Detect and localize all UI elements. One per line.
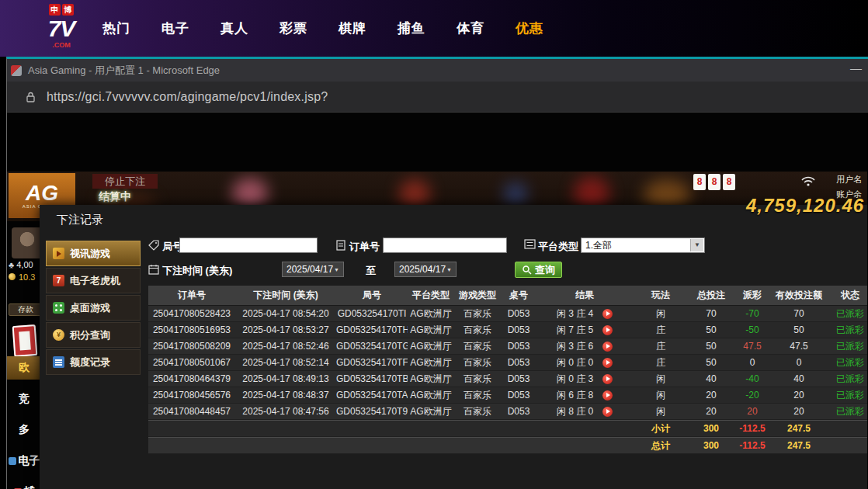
replay-button[interactable] xyxy=(602,342,613,352)
date-from-value: 2025/04/17 xyxy=(286,264,333,275)
replay-button[interactable] xyxy=(602,309,613,319)
menu-item-label: 桌面游戏 xyxy=(70,301,110,315)
cell-round: GD053254170TA xyxy=(336,390,408,401)
lobby-menu-item-duo[interactable]: 多 xyxy=(7,418,41,442)
menu-item-slot-machines[interactable]: 电子老虎机 xyxy=(46,268,141,293)
nav-item-board-games[interactable]: 棋牌 xyxy=(339,19,366,37)
points-icon xyxy=(53,329,64,341)
cell-game: 百家乐 xyxy=(454,389,501,402)
cell-game: 百家乐 xyxy=(454,373,501,386)
cell-round: GD053254170TB xyxy=(336,373,408,384)
lobby-menu-item-bu[interactable]: 捕 xyxy=(7,480,41,489)
minimize-button[interactable]: — xyxy=(850,61,862,75)
sum-valid-bet: 247.5 xyxy=(771,440,827,451)
lock-icon[interactable] xyxy=(26,91,36,102)
date-from-picker[interactable]: 2025/04/17 ▼ xyxy=(282,262,344,277)
date-to-value: 2025/04/17 xyxy=(399,264,446,275)
playing-card: 8 xyxy=(693,174,706,190)
cell-game: 百家乐 xyxy=(454,340,501,353)
cell-payout: 47.5 xyxy=(734,341,771,352)
lobby-menu-item-europe-hall[interactable]: 欧 xyxy=(7,356,41,380)
menu-item-video-games[interactable]: 视讯游戏 xyxy=(46,241,141,266)
lobby-menu-item-jing[interactable]: 竞 xyxy=(7,387,41,411)
cell-payout: -40 xyxy=(734,373,771,384)
cell-status: 已派彩 xyxy=(827,389,867,402)
result-cell: 闲 0 庄 3 xyxy=(536,373,633,386)
cell-round: GD053254170TG xyxy=(336,341,408,352)
cell-platform: AG欧洲厅 xyxy=(408,389,454,402)
date-to-picker[interactable]: 2025/04/17 ▼ xyxy=(394,262,457,277)
to-label: 至 xyxy=(366,264,376,278)
tag-icon xyxy=(148,240,159,251)
cell-bet: 闲 xyxy=(633,389,689,402)
cell-order: 250417080508209 xyxy=(148,341,235,352)
nav-item-fishing[interactable]: 捕鱼 xyxy=(398,19,425,37)
nav-item-slots[interactable]: 电子 xyxy=(161,19,189,37)
lobby-menu-item-dianzi[interactable]: 电子 xyxy=(7,449,41,473)
sum-label: 小计 xyxy=(633,422,689,435)
cell-table_no: D053 xyxy=(501,341,536,352)
platform-select[interactable]: 1.全部 ▼ xyxy=(581,238,705,253)
cell-time: 2025-04-17 08:52:14 xyxy=(235,357,336,368)
menu-item-label: 电子老虎机 xyxy=(70,274,120,288)
top-nav-items: 热门电子真人彩票棋牌捕鱼体育优惠 xyxy=(102,19,543,37)
nav-item-lottery[interactable]: 彩票 xyxy=(279,19,307,37)
cell-status: 已派彩 xyxy=(827,356,867,369)
stop-betting-button[interactable]: 停止下注 xyxy=(92,174,158,189)
nav-item-live[interactable]: 真人 xyxy=(220,19,248,37)
replay-button[interactable] xyxy=(602,358,613,368)
cell-payout: -70 xyxy=(734,308,771,319)
nav-item-hot[interactable]: 热门 xyxy=(102,19,130,37)
cell-status: 已派彩 xyxy=(827,324,867,337)
menu-item-table-games[interactable]: 桌面游戏 xyxy=(46,295,141,321)
sum-valid-bet: 247.5 xyxy=(771,423,827,434)
result-text: 闲 6 庄 8 xyxy=(557,389,593,402)
cell-bet: 庄 xyxy=(633,356,689,369)
round-input[interactable] xyxy=(179,238,318,253)
site-logo[interactable]: 申 博 7V .COM xyxy=(36,4,87,49)
menu-item-quota-records[interactable]: 额度记录 xyxy=(46,349,141,375)
cell-table_no: D053 xyxy=(501,357,536,368)
search-button[interactable]: 查询 xyxy=(515,262,562,278)
cell-bet: 庄 xyxy=(633,340,689,353)
cell-platform: AG欧洲厅 xyxy=(408,307,454,321)
menu-item-label: 积分查询 xyxy=(70,328,110,342)
replay-button[interactable] xyxy=(602,407,613,417)
cell-payout: 0 xyxy=(734,357,771,368)
cell-platform: AG欧洲厅 xyxy=(408,324,454,337)
cell-status: 已派彩 xyxy=(827,340,867,353)
cell-order: 250417080501067 xyxy=(148,357,235,368)
url-text: https://gci.7vvvvvv.com/agingame/pcv1/in… xyxy=(47,90,328,104)
column-header: 订单号 xyxy=(148,289,235,302)
result-text: 闲 8 庄 0 xyxy=(557,405,593,418)
cell-game: 百家乐 xyxy=(454,405,501,418)
order-input[interactable] xyxy=(383,238,507,253)
cell-table_no: D053 xyxy=(501,390,536,401)
menu-item-points-query[interactable]: 积分查询 xyxy=(46,322,141,348)
cell-time: 2025-04-17 08:48:37 xyxy=(235,390,336,401)
cell-order: 250417080528423 xyxy=(148,308,235,319)
list-icon xyxy=(524,239,536,249)
column-header: 有效投注额 xyxy=(771,289,827,302)
replay-button[interactable] xyxy=(602,374,613,384)
cell-bet: 闲 xyxy=(633,405,689,418)
cell-payout: 20 xyxy=(734,406,771,417)
nav-item-promotions[interactable]: 优惠 xyxy=(516,19,543,37)
replay-button[interactable] xyxy=(602,325,613,335)
result-cell: 闲 0 庄 0 xyxy=(536,356,633,369)
dice-icon xyxy=(53,302,64,314)
cell-payout: -50 xyxy=(734,324,771,335)
replay-button[interactable] xyxy=(602,390,613,401)
address-bar[interactable]: https://gci.7vvvvvv.com/agingame/pcv1/in… xyxy=(7,82,868,113)
sum-total-bet: 300 xyxy=(689,423,734,434)
order-label: 订单号 xyxy=(349,240,380,254)
nav-item-sports[interactable]: 体育 xyxy=(457,19,484,37)
cell-valid: 47.5 xyxy=(771,341,827,352)
table-header: 订单号下注时间 (美东)局号平台类型游戏类型桌号结果玩法总投注派彩有效投注额状态 xyxy=(148,286,867,306)
result-cell: 闲 3 庄 6 xyxy=(536,340,633,353)
lobby-item-label: 捕 xyxy=(24,485,35,489)
window-favicon-icon xyxy=(11,65,22,76)
settling-label: 结算中 xyxy=(99,190,131,204)
cell-order: 250417080516953 xyxy=(148,324,235,335)
modal-main: 局号 订单号 平台类型 1.全部 ▼ xyxy=(148,236,867,484)
